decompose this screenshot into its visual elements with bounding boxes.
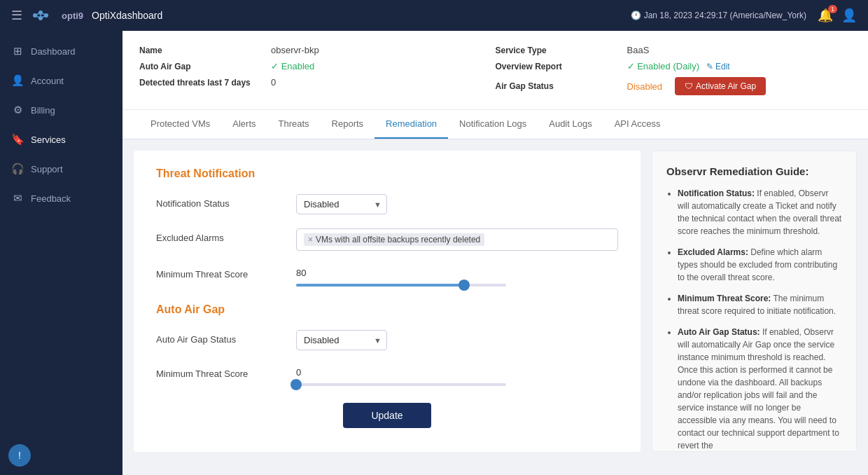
auto-air-gap-status-select[interactable]: Disabled Enabled: [296, 330, 387, 350]
service-info-card: Name observr-bkp Auto Air Gap ✓ Enabled …: [122, 31, 868, 110]
app-name: OptiXdashboard: [92, 10, 162, 21]
sidebar-item-dashboard[interactable]: ⊞ Dashboard: [0, 36, 122, 66]
tab-protected-vms[interactable]: Protected VMs: [139, 110, 221, 139]
feedback-icon: ✉: [11, 192, 24, 205]
service-type-label: Service Type: [496, 46, 622, 55]
auto-threat-score-slider-track: [296, 383, 506, 386]
name-value: observr-bkp: [271, 45, 319, 55]
activate-air-gap-button[interactable]: 🛡 Activate Air Gap: [675, 77, 766, 95]
auto-air-gap-label: Auto Air Gap: [139, 62, 265, 71]
tag-remove-icon[interactable]: ×: [308, 235, 313, 245]
sidebar-item-billing[interactable]: ⚙ Billing: [0, 95, 122, 125]
guide-term-2: Excluded Alarms:: [678, 247, 748, 257]
notification-status-select[interactable]: Disabled Enabled: [296, 194, 387, 214]
threat-notification-title: Threat Notification: [156, 167, 618, 180]
auto-air-gap-status-label: Auto Air Gap Status: [156, 330, 296, 345]
guide-item-2: Excluded Alarms: Define which alarm type…: [678, 246, 842, 284]
header-actions: 🔔 1 👤: [818, 8, 857, 23]
sidebar: ⊞ Dashboard 👤 Account ⚙ Billing 🔖 Servic…: [0, 31, 122, 475]
guide-list: Notification Status: If enabled, Observr…: [666, 187, 842, 452]
sidebar-label-dashboard: Dashboard: [31, 46, 76, 57]
notification-status-row: Notification Status Disabled Enabled ▼: [156, 194, 618, 214]
info-right: Service Type BaaS Overview Report ✓ Enab…: [496, 42, 852, 98]
auto-min-threat-score-row: Minimum Threat Score 0: [156, 364, 618, 386]
logo-svg: [31, 7, 56, 24]
sidebar-item-support[interactable]: 🎧 Support: [0, 154, 122, 184]
overview-report-row: Overview Report ✓ Enabled (Daily) ✎ Edit: [496, 58, 852, 74]
menu-icon[interactable]: ☰: [11, 8, 22, 23]
guide-item-3: Minimum Threat Score: The minimum threat…: [678, 292, 842, 317]
service-type-value: BaaS: [627, 45, 650, 55]
guide-desc-4: If enabled, Observr will automatically A…: [678, 327, 839, 450]
info-left: Name observr-bkp Auto Air Gap ✓ Enabled …: [139, 42, 496, 98]
min-threat-score-control: 80: [296, 265, 618, 287]
shield-icon: 🛡: [685, 81, 693, 91]
guide-term-3: Minimum Threat Score:: [678, 294, 771, 303]
tab-audit-logs[interactable]: Audit Logs: [538, 110, 603, 139]
min-threat-score-value: 80: [296, 268, 618, 278]
app-header: ☰ opti9 OptiXdashboard 🕐 Jan 18, 2023 24…: [0, 0, 868, 31]
auto-air-gap-status-control: Disabled Enabled ▼: [296, 330, 618, 350]
services-icon: 🔖: [11, 133, 24, 146]
air-gap-status-row: Air Gap Status Disabled 🛡 Activate Air G…: [496, 74, 852, 98]
notification-button[interactable]: 🔔 1: [818, 8, 833, 23]
content-area: Threat Notification Notification Status …: [122, 139, 868, 463]
auto-min-threat-score-label: Minimum Threat Score: [156, 364, 296, 379]
logo: opti9: [31, 7, 83, 24]
guide-title: Observr Remediation Guide:: [666, 165, 842, 177]
edit-link[interactable]: ✎ Edit: [706, 62, 730, 71]
main-content: Name observr-bkp Auto Air Gap ✓ Enabled …: [122, 31, 868, 475]
billing-icon: ⚙: [11, 104, 24, 116]
sidebar-label-services: Services: [31, 135, 66, 145]
logo-text: opti9: [62, 11, 83, 21]
auto-air-gap-row: Auto Air Gap ✓ Enabled: [139, 58, 496, 74]
guide-item-4: Auto Air Gap Status: If enabled, Observr…: [678, 326, 842, 452]
notification-status-select-wrapper: Disabled Enabled ▼: [296, 194, 387, 214]
guide-term-1: Notification Status:: [678, 188, 755, 198]
tab-alerts[interactable]: Alerts: [221, 110, 267, 139]
threat-score-slider-thumb[interactable]: [458, 280, 470, 291]
tab-threats[interactable]: Threats: [267, 110, 321, 139]
notification-badge: 1: [828, 5, 837, 13]
user-icon: 👤: [841, 8, 857, 22]
overview-report-value: ✓ Enabled (Daily) ✎ Edit: [627, 61, 730, 71]
tabs-bar: Protected VMs Alerts Threats Reports Rem…: [122, 110, 868, 139]
tab-reports[interactable]: Reports: [321, 110, 375, 139]
detected-threats-value: 0: [271, 77, 276, 88]
sidebar-label-support: Support: [31, 164, 63, 174]
notification-status-control: Disabled Enabled ▼: [296, 194, 618, 214]
auto-threat-score-slider-thumb[interactable]: [290, 379, 302, 390]
overview-report-label: Overview Report: [496, 62, 622, 71]
guide-panel: Observr Remediation Guide: Notification …: [652, 151, 857, 452]
auto-min-threat-score-value: 0: [296, 367, 618, 378]
excluded-alarms-row: Excluded Alarms × VMs with all offsite b…: [156, 228, 618, 251]
account-icon: 👤: [11, 74, 24, 87]
sidebar-item-services[interactable]: 🔖 Services: [0, 125, 122, 154]
name-label: Name: [139, 46, 265, 55]
auto-min-threat-score-control: 0: [296, 364, 618, 386]
sidebar-item-account[interactable]: 👤 Account: [0, 66, 122, 95]
sidebar-item-feedback[interactable]: ✉ Feedback: [0, 184, 122, 213]
form-panel: Threat Notification Notification Status …: [134, 151, 640, 452]
sidebar-bottom: !: [0, 436, 122, 475]
threat-score-slider-fill: [296, 284, 464, 287]
guide-term-4: Auto Air Gap Status:: [678, 327, 760, 337]
info-grid: Name observr-bkp Auto Air Gap ✓ Enabled …: [139, 42, 851, 98]
excluded-alarms-tag-input[interactable]: × VMs with all offsite backups recently …: [296, 228, 618, 251]
main-layout: ⊞ Dashboard 👤 Account ⚙ Billing 🔖 Servic…: [0, 31, 868, 475]
check-icon2: ✓: [627, 61, 635, 71]
update-button[interactable]: Update: [343, 403, 430, 428]
detected-threats-row: Detected threats last 7 days 0: [139, 74, 496, 90]
tab-remediation[interactable]: Remediation: [374, 110, 448, 139]
tab-api-access[interactable]: API Access: [603, 110, 672, 139]
auto-air-gap-value: ✓ Enabled: [271, 61, 314, 71]
user-profile-button[interactable]: 👤: [841, 8, 857, 23]
excluded-alarms-control: × VMs with all offsite backups recently …: [296, 228, 618, 251]
excluded-alarms-label: Excluded Alarms: [156, 228, 296, 243]
excluded-alarm-tag: × VMs with all offsite backups recently …: [304, 233, 484, 246]
tab-notification-logs[interactable]: Notification Logs: [448, 110, 538, 139]
support-icon: 🎧: [11, 163, 24, 175]
detected-threats-label: Detected threats last 7 days: [139, 78, 265, 88]
min-threat-score-label: Minimum Threat Score: [156, 265, 296, 280]
sidebar-notif-button[interactable]: !: [8, 444, 31, 467]
